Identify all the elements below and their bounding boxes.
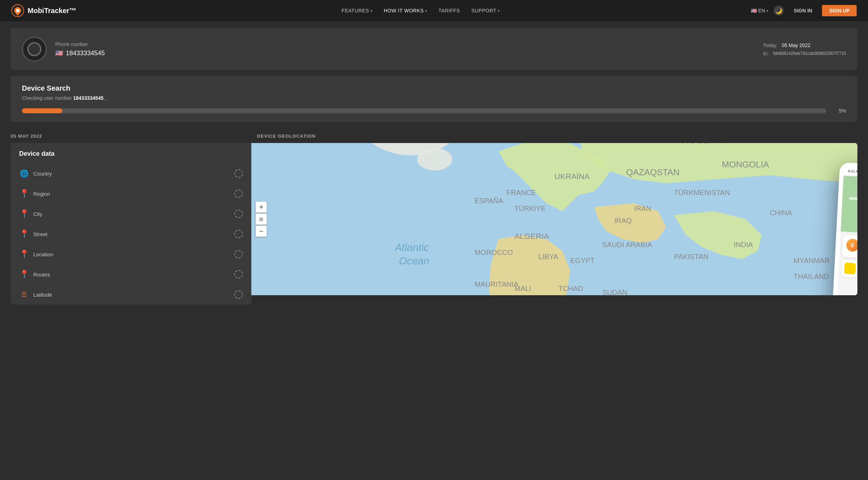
globe-icon: 🌐 [19, 168, 29, 178]
svg-text:SAUDI ARABIA: SAUDI ARABIA [602, 241, 652, 248]
phone-label: Phone number [55, 41, 754, 47]
chevron-down-icon: ▾ [498, 9, 500, 13]
signin-button[interactable]: SIGN IN [789, 6, 816, 16]
phone-bold: 18433334545 [73, 95, 104, 101]
phone-date-row: Today: 05 May 2022 [763, 42, 846, 48]
language-label: EN [758, 8, 765, 13]
city-label: City [33, 211, 234, 217]
lines-icon-latitude: ☰ [19, 290, 29, 299]
language-selector[interactable]: 🇺🇸 EN ▾ [751, 8, 768, 13]
street-label: Street [33, 231, 234, 237]
svg-text:MOROCCO: MOROCCO [475, 248, 513, 256]
loading-spinner-location [234, 250, 243, 258]
svg-text:THAILAND: THAILAND [794, 273, 829, 280]
svg-text:TCHAD: TCHAD [558, 285, 583, 292]
svg-text:MYANMAR: MYANMAR [794, 257, 830, 264]
progress-percentage: 5% [832, 108, 846, 114]
flag-icon: 🇺🇸 [751, 8, 757, 13]
device-search-title: Device Search [22, 84, 846, 92]
avatar-inner [27, 42, 41, 56]
today-value: 05 May 2022 [782, 42, 810, 48]
nav-tariffs[interactable]: TARIFFS [439, 8, 460, 13]
dark-mode-toggle[interactable]: 🌙 [774, 6, 784, 16]
signup-button[interactable]: SIGN UP [822, 5, 857, 16]
right-panel: DEVICE GEOLOCATION [251, 129, 857, 304]
device-data-row-country: 🌐 Country [11, 164, 251, 184]
main-content: Phone number 🇺🇸 18433334545 Today: 05 Ma… [0, 21, 868, 312]
svg-text:ROSSIYA: ROSSIYA [682, 143, 724, 145]
nav-support[interactable]: SUPPORT ▾ [471, 8, 499, 13]
svg-text:SUDAN: SUDAN [602, 288, 627, 295]
device-data-row-region: 📍 Region [11, 184, 251, 204]
loading-spinner-city [234, 210, 243, 218]
pin-icon-routes: 📍 [19, 269, 29, 279]
device-data-row-routes: 📍 Routes [11, 264, 251, 285]
latitude-label: Latitude [33, 292, 234, 298]
subtitle-prefix: Checking user number [22, 95, 73, 101]
logo-text: MobiTracker™ [28, 7, 76, 15]
svg-text:PAKISTAN: PAKISTAN [674, 253, 708, 261]
svg-text:ESPAÑA: ESPAÑA [475, 196, 503, 205]
svg-text:INDIA: INDIA [734, 241, 753, 248]
progress-bar-fill [22, 108, 62, 113]
loading-spinner-region [234, 189, 243, 198]
today-label: Today: [763, 42, 777, 48]
device-data-row-location: 📍 Location [11, 244, 251, 264]
loading-spinner-latitude [234, 290, 243, 299]
svg-text:CHINA: CHINA [770, 209, 792, 217]
loading-spinner-country [234, 169, 243, 178]
svg-text:QAZAQSTAN: QAZAQSTAN [626, 167, 680, 177]
nav-how-it-works[interactable]: HOW IT WORKS ▾ [384, 8, 427, 13]
pin-icon-location: 📍 [19, 249, 29, 259]
chevron-down-icon: ▾ [371, 9, 373, 13]
chevron-down-icon: ▾ [766, 9, 768, 13]
phone-number: 🇺🇸 18433334545 [55, 49, 754, 57]
region-label: Region [33, 191, 234, 197]
svg-text:TÜRKMENISTAN: TÜRKMENISTAN [674, 189, 730, 196]
chevron-down-icon: ▾ [425, 9, 427, 13]
map-controls: + ⊞ − [256, 201, 267, 237]
zoom-out-button[interactable]: − [256, 225, 267, 237]
pin-icon-street: 📍 [19, 229, 29, 239]
device-data-row-city: 📍 City [11, 204, 251, 224]
routes-label: Routes [33, 272, 234, 278]
svg-text:UKRAÏNA: UKRAÏNA [554, 172, 590, 181]
progress-row: 5% [22, 108, 846, 114]
country-label: Country [33, 171, 234, 177]
nav-right: 🇺🇸 EN ▾ 🌙 SIGN IN SIGN UP [751, 5, 857, 16]
loading-spinner-street [234, 230, 243, 238]
nav-features[interactable]: FEATURES ▾ [342, 8, 372, 13]
zoom-in-button[interactable]: + [256, 201, 267, 213]
progress-bar-bg [22, 108, 826, 113]
id-value: fdb8081426eb791cab369832567f7715 [773, 51, 846, 56]
two-column-section: 05 MAY 2022 Device data 🌐 Country 📍 Regi… [11, 129, 857, 304]
device-data-row-latitude: ☰ Latitude [11, 285, 251, 304]
phone-number-value: 18433334545 [66, 50, 105, 57]
pin-icon-region: 📍 [19, 189, 29, 199]
logo[interactable]: MobiTracker™ [11, 4, 76, 17]
svg-point-1 [16, 9, 19, 12]
phone-card: Phone number 🇺🇸 18433334545 Today: 05 Ma… [11, 28, 857, 70]
svg-text:Ocean: Ocean [399, 255, 429, 267]
geo-header: DEVICE GEOLOCATION [251, 129, 857, 143]
subtitle-suffix: ... [103, 95, 108, 101]
phone-meta: Today: 05 May 2022 ID: fdb8081426eb791ca… [763, 42, 846, 56]
svg-point-4 [417, 148, 452, 171]
device-data-row-street: 📍 Street [11, 224, 251, 244]
map-svg: QAZAQSTAN MONGOLIA UKRAÏNA TÜRKMENISTAN … [251, 143, 857, 295]
left-panel: 05 MAY 2022 Device data 🌐 Country 📍 Regi… [11, 129, 251, 304]
svg-text:MONGOLIA: MONGOLIA [722, 160, 769, 169]
device-search-subtitle: Checking user number 18433334545... [22, 95, 846, 101]
svg-text:IRAN: IRAN [634, 205, 651, 212]
device-search-card: Device Search Checking user number 18433… [11, 76, 857, 122]
svg-text:TÜRKIYE: TÜRKIYE [514, 205, 546, 212]
svg-text:ALGERIA: ALGERIA [514, 232, 549, 241]
map-container: QAZAQSTAN MONGOLIA UKRAÏNA TÜRKMENISTAN … [251, 143, 857, 295]
svg-text:MAURITANIA: MAURITANIA [475, 280, 519, 288]
id-label: ID: [763, 51, 769, 56]
phone-avatar [22, 37, 47, 62]
grid-button[interactable]: ⊞ [256, 213, 267, 225]
device-data-title: Device data [11, 143, 251, 164]
flag-us-icon: 🇺🇸 [55, 49, 63, 57]
svg-text:LIBYA: LIBYA [538, 253, 558, 261]
